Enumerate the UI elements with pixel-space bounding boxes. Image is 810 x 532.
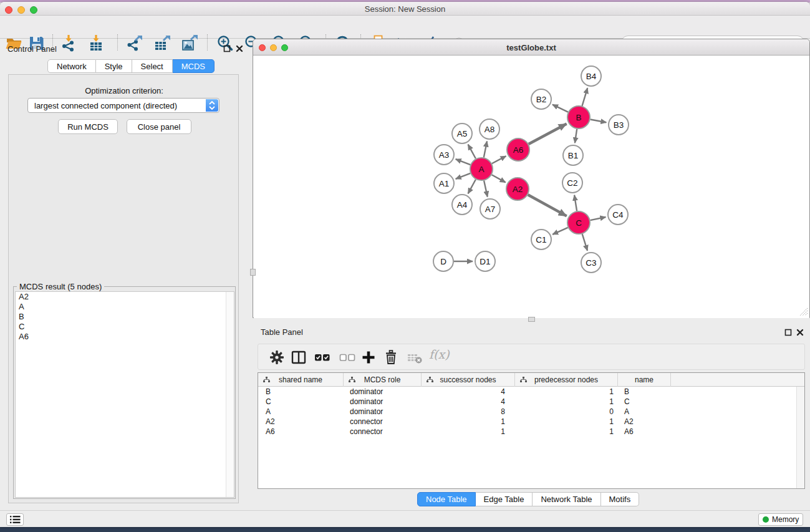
- mcds-panel: Optimization criterion: largest connecte…: [8, 74, 239, 503]
- import-table-icon[interactable]: [87, 34, 105, 52]
- node-table-header: shared name MCDS role successor nodes: [258, 373, 804, 387]
- column-header-successor-nodes[interactable]: successor nodes: [422, 373, 515, 387]
- criterion-dropdown[interactable]: largest connected component (directed): [27, 98, 219, 113]
- table-cell[interactable]: 8: [422, 407, 515, 417]
- graph-edge-A-A8[interactable]: [484, 142, 487, 158]
- graph-edge-A-A2[interactable]: [492, 175, 506, 182]
- export-image-icon[interactable]: [181, 34, 198, 52]
- graph-edge-A-A3[interactable]: [456, 159, 471, 165]
- graph-edge-B-B2[interactable]: [552, 105, 568, 112]
- delete-column-icon[interactable]: [383, 349, 399, 365]
- table-row[interactable]: A2connector11A2: [258, 417, 796, 427]
- table-cell[interactable]: 1: [422, 417, 515, 427]
- graph-edge-A-A4[interactable]: [468, 180, 476, 194]
- graph-node-label: D: [440, 257, 446, 266]
- table-cell[interactable]: A2: [618, 417, 671, 427]
- graph-edge-B-B3[interactable]: [591, 120, 607, 123]
- graph-edge-A6-B[interactable]: [529, 123, 567, 144]
- table-panel-close-icon[interactable]: [796, 329, 804, 336]
- select-all-rows-icon[interactable]: [314, 349, 330, 365]
- table-cell[interactable]: 1: [515, 387, 618, 397]
- mcds-result-item[interactable]: A2: [16, 292, 234, 302]
- run-mcds-button[interactable]: Run MCDS: [58, 119, 118, 134]
- table-row[interactable]: Bdominator41B: [258, 387, 796, 397]
- table-cell[interactable]: A6: [618, 427, 671, 437]
- memory-button[interactable]: Memory: [758, 513, 803, 526]
- control-panel-float-icon[interactable]: [223, 45, 231, 52]
- mcds-list-scrollbar[interactable]: [226, 292, 234, 497]
- table-cell[interactable]: A6: [258, 427, 344, 437]
- tab-network[interactable]: Network: [47, 59, 96, 73]
- column-header-mcds-role[interactable]: MCDS role: [344, 373, 422, 387]
- graph-edge-C-C2[interactable]: [574, 195, 577, 211]
- table-cell[interactable]: C: [618, 397, 671, 407]
- close-panel-button[interactable]: Close panel: [127, 119, 191, 134]
- mcds-result-item[interactable]: C: [16, 322, 234, 332]
- table-row[interactable]: A6connector11A6: [258, 427, 796, 437]
- table-cell[interactable]: dominator: [344, 397, 422, 407]
- table-panel-float-icon[interactable]: [784, 329, 792, 336]
- table-cell[interactable]: A2: [258, 417, 344, 427]
- table-cell[interactable]: connector: [344, 427, 422, 437]
- mcds-result-item[interactable]: A6: [16, 332, 234, 342]
- table-cell[interactable]: B: [618, 387, 671, 397]
- tab-node-table[interactable]: Node Table: [417, 492, 476, 506]
- delete-table-icon[interactable]: [407, 349, 423, 365]
- table-cell[interactable]: dominator: [344, 407, 422, 417]
- control-panel-close-icon[interactable]: [236, 45, 243, 52]
- tab-mcds[interactable]: MCDS: [173, 59, 215, 73]
- task-history-button[interactable]: [6, 513, 24, 526]
- optimization-criterion-label: Optimization criterion:: [9, 86, 239, 95]
- table-cell[interactable]: 4: [422, 387, 515, 397]
- graph-edge-B-B4[interactable]: [582, 88, 588, 106]
- add-column-icon[interactable]: [360, 349, 377, 365]
- graph-edge-A-A1[interactable]: [456, 173, 471, 179]
- mcds-result-item[interactable]: A: [16, 302, 234, 312]
- graph-edge-B-B1[interactable]: [575, 129, 577, 143]
- resize-grip-icon[interactable]: [800, 308, 808, 316]
- export-table-icon[interactable]: [153, 34, 171, 52]
- graph-edge-A-A6[interactable]: [492, 156, 506, 163]
- import-network-icon[interactable]: [60, 34, 77, 52]
- table-row[interactable]: Cdominator41C: [258, 397, 796, 407]
- column-layout-icon[interactable]: [291, 349, 307, 365]
- table-cell[interactable]: 4: [422, 397, 515, 407]
- table-cell[interactable]: C: [258, 397, 344, 407]
- table-cell[interactable]: 1: [515, 397, 618, 407]
- graph-edge-C-C4[interactable]: [591, 217, 606, 220]
- table-cell[interactable]: 1: [515, 417, 618, 427]
- splitter-handle-left[interactable]: [250, 269, 256, 276]
- application-root: Session: New Session: [0, 0, 810, 532]
- column-header-name[interactable]: name: [618, 373, 671, 387]
- table-cell[interactable]: dominator: [344, 387, 422, 397]
- tab-style[interactable]: Style: [96, 59, 132, 73]
- table-cell[interactable]: A: [618, 407, 671, 417]
- tab-edge-table[interactable]: Edge Table: [476, 492, 533, 506]
- graph-edge-A-A5[interactable]: [468, 145, 476, 159]
- table-scrollbar[interactable]: [796, 387, 804, 488]
- graph-edge-C-C1[interactable]: [552, 228, 568, 235]
- table-cell[interactable]: A: [258, 407, 344, 417]
- export-network-icon[interactable]: [126, 34, 143, 52]
- graph-edge-A2-C[interactable]: [528, 195, 567, 216]
- table-cell[interactable]: 1: [515, 427, 618, 437]
- graph-edge-C-C3[interactable]: [582, 234, 587, 251]
- table-cell[interactable]: B: [258, 387, 344, 397]
- table-options-gear-icon[interactable]: [269, 349, 285, 365]
- network-canvas[interactable]: B4B2BB3A5A8A6B1A3AA1C2A2A4A7C4CC1C3DD1: [254, 56, 809, 318]
- graph-edge-A-A7[interactable]: [484, 181, 488, 197]
- table-row[interactable]: Adominator80A: [258, 407, 796, 417]
- table-cell[interactable]: 1: [422, 427, 515, 437]
- column-header-shared-name[interactable]: shared name: [258, 373, 344, 387]
- column-header-predecessor-nodes[interactable]: predecessor nodes: [515, 373, 618, 387]
- tab-select[interactable]: Select: [132, 59, 173, 73]
- table-cell[interactable]: connector: [344, 417, 422, 427]
- tab-network-table[interactable]: Network Table: [533, 492, 600, 506]
- table-cell[interactable]: 0: [515, 407, 618, 417]
- deselect-all-rows-icon[interactable]: [339, 349, 355, 365]
- memory-status-dot: [763, 516, 769, 523]
- mcds-result-item[interactable]: B: [16, 312, 234, 322]
- tab-motifs[interactable]: Motifs: [601, 492, 640, 506]
- control-panel-tabs: Network Style Select MCDS: [47, 59, 215, 73]
- splitter-handle-bottom[interactable]: [528, 317, 535, 322]
